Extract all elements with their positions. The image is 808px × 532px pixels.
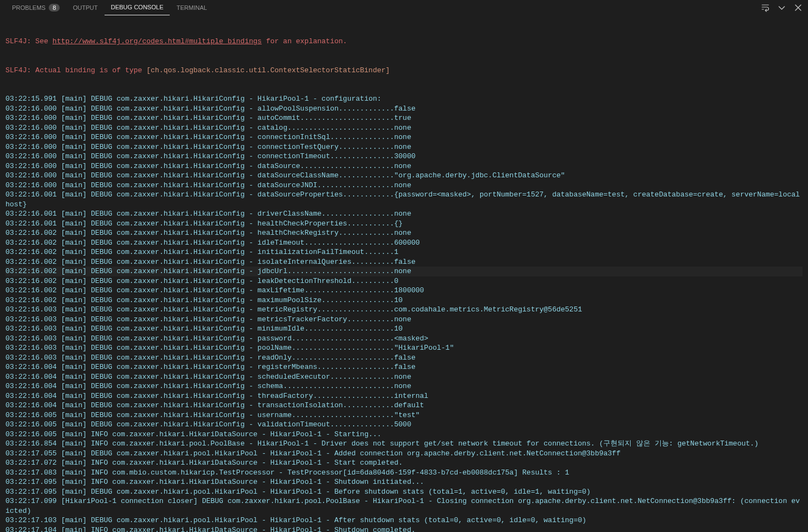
log-timestamp: 03:22:16.000 bbox=[5, 181, 57, 189]
log-level: DEBUG bbox=[91, 190, 112, 199]
log-thread: [main] bbox=[61, 143, 86, 151]
log-line: 03:22:16.002 [main] DEBUG com.zaxxer.hik… bbox=[5, 238, 803, 248]
log-thread: [main] bbox=[61, 210, 86, 218]
log-line: 03:22:16.000 [main] DEBUG com.zaxxer.hik… bbox=[5, 161, 803, 171]
log-thread: [main] bbox=[61, 440, 86, 448]
log-timestamp: 03:22:17.083 bbox=[5, 469, 57, 477]
log-logger: com.zaxxer.hikari.HikariConfig bbox=[117, 325, 245, 333]
log-message: TestProcessor[id=6da804d6-159f-4833-b7cd… bbox=[287, 469, 569, 477]
log-line: 03:22:16.003 [main] DEBUG com.zaxxer.hik… bbox=[5, 353, 803, 363]
log-thread: [main] bbox=[61, 267, 86, 275]
log-timestamp: 03:22:16.002 bbox=[5, 258, 57, 266]
log-timestamp: 03:22:17.095 bbox=[5, 478, 57, 486]
log-logger: com.zaxxer.hikari.HikariConfig bbox=[117, 171, 245, 180]
log-logger: com.zaxxer.hikari.HikariConfig bbox=[117, 305, 245, 314]
log-timestamp: 03:22:16.001 bbox=[5, 190, 57, 199]
tab-terminal[interactable]: Terminal bbox=[170, 0, 213, 15]
log-timestamp: 03:22:16.004 bbox=[5, 382, 57, 390]
log-message: allowPoolSuspension.............false bbox=[257, 105, 415, 113]
log-message: readOnly........................false bbox=[257, 354, 415, 362]
log-thread: [main] bbox=[61, 516, 86, 524]
log-thread: [HikariPool-1 connection closer] bbox=[61, 497, 198, 505]
close-icon[interactable] bbox=[794, 3, 803, 12]
log-timestamp: 03:22:16.000 bbox=[5, 171, 57, 180]
log-timestamp: 03:22:16.000 bbox=[5, 105, 57, 113]
log-timestamp: 03:22:16.005 bbox=[5, 430, 57, 438]
log-timestamp: 03:22:16.004 bbox=[5, 363, 57, 371]
log-line: 03:22:16.004 [main] DEBUG com.zaxxer.hik… bbox=[5, 391, 803, 401]
log-thread: [main] bbox=[61, 401, 86, 409]
log-line: 03:22:16.003 [main] DEBUG com.zaxxer.hik… bbox=[5, 343, 803, 353]
log-logger: com.mbio.custom.hikaricp.TestProcessor bbox=[112, 469, 274, 477]
log-level: DEBUG bbox=[91, 382, 112, 390]
word-wrap-icon[interactable] bbox=[761, 3, 770, 12]
log-timestamp: 03:22:16.003 bbox=[5, 315, 57, 323]
log-line: 03:22:16.000 [main] DEBUG com.zaxxer.hik… bbox=[5, 171, 803, 181]
log-thread: [main] bbox=[61, 219, 86, 228]
log-line: 03:22:17.095 [main] INFO com.zaxxer.hika… bbox=[5, 477, 803, 487]
log-level: DEBUG bbox=[91, 449, 112, 458]
log-line: 03:22:16.002 [main] DEBUG com.zaxxer.hik… bbox=[5, 228, 803, 238]
log-thread: [main] bbox=[61, 190, 86, 199]
log-level: DEBUG bbox=[91, 239, 112, 247]
log-logger: com.zaxxer.hikari.HikariConfig bbox=[117, 286, 245, 294]
debug-console-output[interactable]: SLF4J: See http://www.slf4j.org/codes.ht… bbox=[0, 15, 808, 532]
log-level: DEBUG bbox=[91, 363, 112, 371]
log-line: 03:22:16.002 [main] DEBUG com.zaxxer.hik… bbox=[5, 296, 803, 305]
log-timestamp: 03:22:16.003 bbox=[5, 334, 57, 343]
log-line: 03:22:16.003 [main] DEBUG com.zaxxer.hik… bbox=[5, 324, 803, 334]
log-level: DEBUG bbox=[91, 210, 112, 218]
log-timestamp: 03:22:16.000 bbox=[5, 114, 57, 122]
log-timestamp: 03:22:17.095 bbox=[5, 488, 57, 496]
slf4j-url-link[interactable]: http://www.slf4j.org/codes.html#multiple… bbox=[53, 37, 262, 45]
log-line: 03:22:16.001 [main] DEBUG com.zaxxer.hik… bbox=[5, 209, 803, 219]
log-thread: [main] bbox=[61, 133, 86, 141]
log-logger: com.zaxxer.hikari.HikariConfig bbox=[117, 354, 245, 362]
log-logger: com.zaxxer.hikari.HikariConfig bbox=[117, 315, 245, 323]
log-level: DEBUG bbox=[91, 488, 112, 496]
log-logger: com.zaxxer.hikari.HikariDataSource bbox=[112, 459, 257, 467]
log-logger: com.zaxxer.hikari.HikariConfig bbox=[117, 210, 245, 218]
log-logger: com.zaxxer.hikari.HikariConfig bbox=[117, 392, 245, 400]
log-line: 03:22:16.000 [main] DEBUG com.zaxxer.hik… bbox=[5, 152, 803, 161]
tab-output[interactable]: Output bbox=[66, 0, 104, 15]
log-line: 03:22:17.072 [main] INFO com.zaxxer.hika… bbox=[5, 458, 803, 468]
log-level: DEBUG bbox=[91, 344, 112, 352]
log-level: DEBUG bbox=[91, 401, 112, 409]
log-logger: com.zaxxer.hikari.HikariConfig bbox=[117, 258, 245, 266]
chevron-down-icon[interactable] bbox=[777, 3, 786, 12]
log-message: HikariPool-1 - Shutdown completed. bbox=[270, 526, 415, 533]
log-message: schema..........................none bbox=[257, 382, 411, 390]
log-level: DEBUG bbox=[91, 267, 112, 275]
log-thread: [main] bbox=[61, 363, 86, 371]
log-timestamp: 03:22:16.002 bbox=[5, 296, 57, 304]
log-timestamp: 03:22:16.001 bbox=[5, 210, 57, 218]
log-level: DEBUG bbox=[202, 497, 223, 505]
log-message: isolateInternalQueries..........false bbox=[257, 258, 415, 266]
log-thread: [main] bbox=[61, 248, 86, 256]
log-timestamp: 03:22:15.991 bbox=[5, 95, 57, 103]
log-line: 03:22:16.003 [main] DEBUG com.zaxxer.hik… bbox=[5, 334, 803, 344]
tab-debug-console-label: Debug Console bbox=[111, 4, 164, 10]
log-message: HikariPool-1 - Shutdown initiated... bbox=[270, 478, 424, 486]
log-logger: com.zaxxer.hikari.HikariConfig bbox=[117, 181, 245, 189]
log-message: HikariPool-1 - After shutdown stats (tot… bbox=[270, 516, 586, 524]
log-thread: [main] bbox=[61, 162, 86, 170]
log-message: dataSource......................none bbox=[257, 162, 411, 170]
tab-debug-console[interactable]: Debug Console bbox=[105, 0, 170, 15]
log-thread: [main] bbox=[61, 430, 86, 438]
log-thread: [main] bbox=[61, 392, 86, 400]
log-level: INFO bbox=[91, 430, 108, 438]
log-thread: [main] bbox=[61, 373, 86, 381]
log-message: leakDetectionThreshold..........0 bbox=[257, 277, 398, 285]
log-logger: com.zaxxer.hikari.HikariConfig bbox=[117, 219, 245, 228]
log-level: DEBUG bbox=[91, 411, 112, 419]
log-line: 03:22:15.991 [main] DEBUG com.zaxxer.hik… bbox=[5, 94, 803, 104]
log-message: threadFactory...................internal bbox=[257, 392, 428, 400]
log-message: metricRegistry..................com.coda… bbox=[257, 305, 582, 314]
tab-problems[interactable]: Problems 8 bbox=[5, 0, 66, 15]
log-line: 03:22:16.002 [main] DEBUG com.zaxxer.hik… bbox=[5, 276, 803, 286]
log-timestamp: 03:22:17.099 bbox=[5, 497, 57, 505]
log-timestamp: 03:22:16.003 bbox=[5, 305, 57, 314]
log-level: DEBUG bbox=[91, 258, 112, 266]
